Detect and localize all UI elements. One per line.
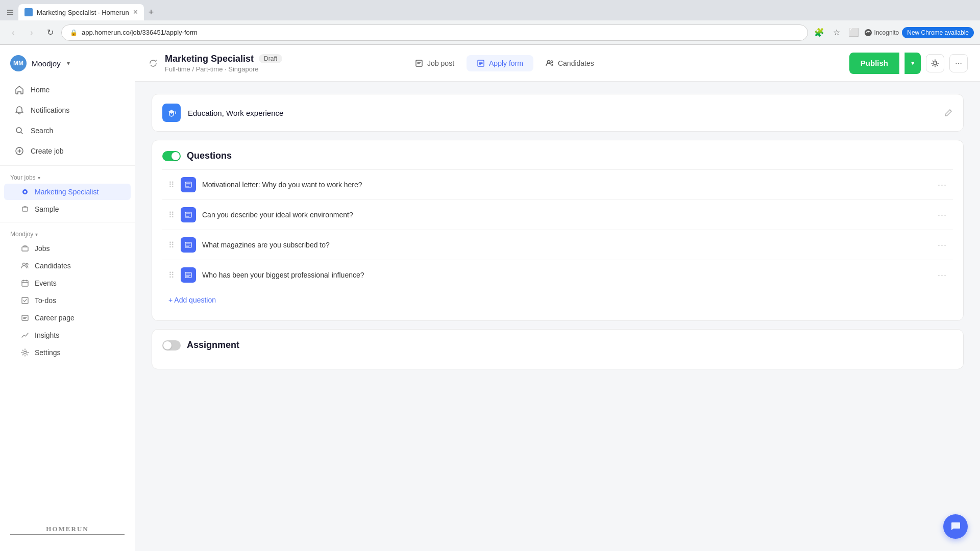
sidebar-item-create-job-label: Create job bbox=[31, 147, 64, 155]
question-more-button[interactable]: ··· bbox=[938, 210, 947, 220]
tab-close-btn[interactable]: × bbox=[133, 8, 138, 16]
question-text: Motivational letter: Why do you want to … bbox=[202, 181, 932, 189]
new-tab-btn[interactable]: + bbox=[144, 5, 158, 19]
todos-icon bbox=[20, 296, 30, 305]
new-chrome-badge[interactable]: New Chrome available bbox=[902, 27, 974, 38]
drag-handle-icon[interactable]: ⠿ bbox=[168, 210, 175, 220]
education-edit-button[interactable] bbox=[944, 108, 953, 117]
question-item: ⠿ What magazines are you subscribed to? … bbox=[162, 230, 953, 260]
svg-point-2 bbox=[16, 128, 21, 133]
tab-apply-form[interactable]: Apply form bbox=[467, 55, 533, 71]
bookmark-btn[interactable]: ☆ bbox=[829, 26, 844, 40]
question-type-icon bbox=[181, 207, 196, 222]
more-options-button[interactable]: ⋯ bbox=[949, 54, 968, 72]
assignment-title: Assignment bbox=[187, 340, 239, 350]
question-text: Who has been your biggest professional i… bbox=[202, 271, 932, 279]
sidebar-item-sample-label: Sample bbox=[35, 205, 59, 213]
events-icon bbox=[20, 279, 30, 288]
tab-job-post[interactable]: Job post bbox=[405, 55, 464, 71]
bell-icon bbox=[14, 105, 24, 115]
sidebar-item-marketing-specialist-label: Marketing Specialist bbox=[35, 188, 99, 196]
homerun-logo-underline bbox=[10, 534, 125, 535]
chat-fab-button[interactable] bbox=[943, 514, 968, 539]
svg-point-5 bbox=[24, 191, 26, 193]
sidebar-item-insights-label: Insights bbox=[35, 331, 59, 339]
assignment-toggle[interactable] bbox=[162, 340, 181, 350]
insights-icon bbox=[20, 331, 30, 340]
org-section-label: Moodjoy ▾ bbox=[0, 227, 135, 240]
org-caret-icon: ▾ bbox=[67, 60, 70, 67]
sidebar-item-events[interactable]: Events bbox=[4, 275, 131, 291]
toggle-knob bbox=[172, 152, 180, 160]
question-item: ⠿ Can you describe your ideal work envir… bbox=[162, 199, 953, 230]
tab-list-btn[interactable] bbox=[4, 6, 16, 18]
sidebar-item-settings-label: Settings bbox=[35, 348, 61, 357]
sidebar-item-career-page[interactable]: Career page bbox=[4, 310, 131, 326]
lock-icon: 🔒 bbox=[70, 29, 78, 36]
sidebar-item-search[interactable]: Search bbox=[4, 121, 131, 140]
question-item: ⠿ Who has been your biggest professional… bbox=[162, 260, 953, 290]
top-bar: Marketing Specialist Draft Full-time / P… bbox=[135, 45, 980, 82]
svg-rect-6 bbox=[22, 207, 28, 211]
url-text: app.homerun.co/job/336451/apply-form bbox=[82, 29, 198, 36]
address-bar[interactable]: 🔒 app.homerun.co/job/336451/apply-form bbox=[61, 24, 808, 41]
home-icon bbox=[14, 85, 24, 95]
sidebar-item-todos[interactable]: To-dos bbox=[4, 292, 131, 309]
questions-section: Questions ⠿ Motivational letter: Why do … bbox=[152, 140, 964, 321]
questions-toggle[interactable] bbox=[162, 151, 181, 161]
question-type-icon bbox=[181, 237, 196, 253]
settings-icon bbox=[20, 348, 30, 357]
questions-list: ⠿ Motivational letter: Why do you want t… bbox=[162, 169, 953, 290]
sidebar-item-todos-label: To-dos bbox=[35, 296, 56, 305]
draft-badge: Draft bbox=[259, 54, 282, 63]
top-bar-tabs: Job post Apply form Candidates bbox=[405, 55, 604, 71]
sidebar-item-create-job[interactable]: Create job bbox=[4, 141, 131, 161]
settings-gear-button[interactable] bbox=[926, 54, 944, 72]
homerun-logo: HOMERUN bbox=[10, 525, 125, 533]
nav-forward-btn[interactable]: › bbox=[24, 26, 39, 40]
candidates-icon bbox=[20, 261, 30, 270]
sidebar-item-home-label: Home bbox=[31, 86, 50, 94]
sidebar-item-jobs[interactable]: Jobs bbox=[4, 240, 131, 257]
nav-refresh-btn[interactable]: ↻ bbox=[43, 26, 57, 40]
tab-favicon bbox=[24, 8, 33, 16]
question-text: What magazines are you subscribed to? bbox=[202, 241, 932, 249]
drag-handle-icon[interactable]: ⠿ bbox=[168, 180, 175, 190]
svg-point-8 bbox=[23, 263, 26, 266]
svg-point-16 bbox=[551, 61, 553, 63]
sidebar-divider-2 bbox=[0, 222, 135, 222]
sidebar-item-search-label: Search bbox=[31, 127, 53, 135]
sidebar-item-insights[interactable]: Insights bbox=[4, 327, 131, 343]
split-btn[interactable]: ⬜ bbox=[847, 26, 861, 40]
tab-candidates[interactable]: Candidates bbox=[535, 55, 604, 71]
jobs-icon bbox=[20, 244, 30, 253]
publish-caret-button[interactable]: ▾ bbox=[904, 53, 921, 74]
question-more-button[interactable]: ··· bbox=[938, 270, 947, 281]
publish-button[interactable]: Publish bbox=[849, 53, 899, 74]
tab-job-post-label: Job post bbox=[427, 59, 454, 67]
drag-handle-icon[interactable]: ⠿ bbox=[168, 270, 175, 280]
add-question-label: + Add question bbox=[168, 296, 216, 304]
sample-icon bbox=[20, 205, 30, 214]
browser-tab-active[interactable]: Marketing Specialist · Homerun × bbox=[18, 4, 144, 20]
education-icon bbox=[162, 104, 181, 122]
drag-handle-icon[interactable]: ⠿ bbox=[168, 240, 175, 250]
tab-title: Marketing Specialist · Homerun bbox=[37, 9, 129, 16]
plus-icon bbox=[14, 146, 24, 156]
sidebar-item-notifications[interactable]: Notifications bbox=[4, 101, 131, 120]
sidebar-item-marketing-specialist[interactable]: Marketing Specialist bbox=[4, 184, 131, 200]
question-more-button[interactable]: ··· bbox=[938, 240, 947, 251]
sidebar-item-settings[interactable]: Settings bbox=[4, 344, 131, 361]
sidebar-item-home[interactable]: Home bbox=[4, 80, 131, 99]
sidebar: MM Moodjoy ▾ Home Notifications Search bbox=[0, 45, 135, 551]
sidebar-item-candidates[interactable]: Candidates bbox=[4, 258, 131, 274]
svg-rect-10 bbox=[22, 281, 28, 286]
question-more-button[interactable]: ··· bbox=[938, 180, 947, 190]
add-question-button[interactable]: + Add question bbox=[162, 290, 222, 310]
sync-icon bbox=[148, 58, 159, 69]
svg-point-9 bbox=[26, 263, 28, 265]
nav-back-btn[interactable]: ‹ bbox=[6, 26, 20, 40]
extensions-btn[interactable]: 🧩 bbox=[812, 26, 826, 40]
sidebar-item-sample[interactable]: Sample bbox=[4, 201, 131, 217]
svg-rect-11 bbox=[22, 297, 28, 304]
